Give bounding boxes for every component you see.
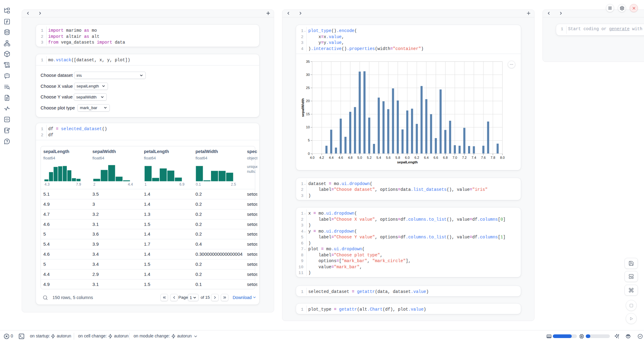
svg-text:25: 25: [306, 86, 310, 90]
svg-text:5.8: 5.8: [395, 156, 400, 159]
svg-text:8.0: 8.0: [500, 156, 505, 159]
svg-text:4.2: 4.2: [319, 156, 324, 159]
svg-text:5.0: 5.0: [357, 156, 362, 159]
svg-text:7.4: 7.4: [471, 156, 476, 159]
svg-text:7.8: 7.8: [491, 156, 495, 159]
svg-text:6.6: 6.6: [434, 156, 438, 159]
svg-text:6.8: 6.8: [443, 156, 448, 159]
svg-text:4.0: 4.0: [310, 156, 314, 159]
svg-text:6.4: 6.4: [424, 156, 428, 159]
svg-text:35: 35: [306, 60, 310, 63]
svg-text:4.8: 4.8: [348, 156, 352, 159]
svg-text:20: 20: [306, 99, 310, 103]
svg-text:0: 0: [308, 152, 310, 155]
svg-text:7.0: 7.0: [453, 156, 457, 159]
svg-text:7.2: 7.2: [462, 156, 467, 159]
svg-text:4.4: 4.4: [329, 156, 334, 159]
svg-text:4.6: 4.6: [338, 156, 343, 159]
svg-text:sepalWidth: sepalWidth: [301, 98, 305, 117]
svg-text:5.4: 5.4: [376, 156, 381, 159]
svg-text:6.0: 6.0: [405, 156, 410, 159]
svg-text:7.6: 7.6: [481, 156, 486, 159]
svg-text:10: 10: [306, 125, 310, 129]
svg-text:15: 15: [306, 112, 310, 116]
svg-text:5.2: 5.2: [367, 156, 371, 159]
svg-text:5.6: 5.6: [386, 156, 391, 159]
svg-text:30: 30: [306, 73, 310, 77]
svg-text:sepalLength: sepalLength: [397, 160, 418, 164]
svg-text:5: 5: [308, 138, 310, 142]
svg-text:6.2: 6.2: [414, 156, 419, 159]
